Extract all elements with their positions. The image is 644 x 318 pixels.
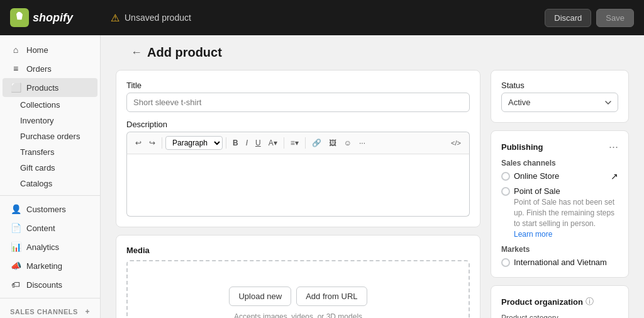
- sales-channels-label: Sales channels: [501, 159, 618, 168]
- channel-online-store: Online Store ↗: [501, 171, 618, 181]
- svg-point-1: [18, 20, 19, 21]
- undo-button[interactable]: ↩: [132, 137, 145, 149]
- sidebar-sub-label: Catalogs: [20, 179, 52, 188]
- status-card: Status Active Draft Archived: [491, 70, 629, 123]
- title-label: Title: [126, 81, 470, 90]
- sidebar-item-collections[interactable]: Collections: [3, 97, 97, 113]
- back-button[interactable]: ←: [131, 46, 142, 59]
- sales-channels-section: Sales channels +: [0, 302, 100, 318]
- discounts-icon: 🏷: [10, 280, 21, 290]
- sidebar-item-discounts[interactable]: 🏷 Discounts: [3, 275, 97, 294]
- publishing-card: Publishing ··· Sales channels Online Sto…: [491, 130, 629, 278]
- sidebar-item-label: Discounts: [26, 280, 62, 290]
- page-title: Add product: [147, 45, 222, 60]
- markets-label: Markets: [501, 245, 618, 254]
- sidebar-item-customers[interactable]: 👤 Customers: [3, 200, 97, 219]
- online-store-name: Online Store: [514, 171, 559, 181]
- paragraph-dropdown[interactable]: Paragraph: [165, 136, 223, 150]
- sidebar-sub-label: Transfers: [20, 147, 54, 157]
- online-store-radio[interactable]: [501, 172, 510, 181]
- add-from-url-button[interactable]: Add from URL: [296, 287, 367, 306]
- sidebar-sub-label: Purchase orders: [20, 132, 80, 141]
- save-button[interactable]: Save: [596, 9, 634, 27]
- topbar-center: ⚠ Unsaved product: [111, 12, 545, 24]
- sidebar-item-label: Content: [26, 224, 55, 233]
- online-store-action[interactable]: ↗: [611, 171, 618, 181]
- media-upload-area: Upload new Add from URL Accepts images, …: [126, 260, 470, 318]
- logo-text: shopify: [33, 11, 73, 25]
- content-wrapper: ← Add product Title Description ↩ ↪: [101, 35, 644, 318]
- topbar-actions: Discard Save: [545, 9, 634, 27]
- logo: shopify: [10, 8, 111, 27]
- page-header: ← Add product: [116, 35, 629, 60]
- image-button[interactable]: 🖼: [326, 137, 340, 149]
- content-icon: 📄: [10, 223, 21, 233]
- home-icon: ⌂: [10, 45, 21, 55]
- title-description-card: Title Description ↩ ↪ Paragraph B: [116, 70, 480, 227]
- divider-1: [0, 195, 100, 196]
- separator-3: [284, 137, 284, 149]
- separator-2: [226, 137, 226, 149]
- more-button[interactable]: ···: [356, 137, 369, 149]
- market-radio[interactable]: [501, 258, 510, 267]
- font-color-button[interactable]: A▾: [265, 137, 280, 149]
- italic-button[interactable]: I: [243, 137, 251, 149]
- sidebar-item-purchase-orders[interactable]: Purchase orders: [3, 128, 97, 144]
- pos-learn-more[interactable]: Learn more: [514, 230, 552, 239]
- editor-body[interactable]: [126, 154, 470, 217]
- sidebar-item-label: Analytics: [26, 242, 59, 252]
- analytics-icon: 📊: [10, 242, 21, 252]
- share-icon: ↗: [611, 171, 618, 181]
- publishing-more-button[interactable]: ···: [609, 141, 618, 152]
- product-category-label: Product category: [501, 314, 618, 318]
- sidebar-item-transfers[interactable]: Transfers: [3, 144, 97, 160]
- info-icon[interactable]: ⓘ: [586, 296, 594, 307]
- underline-button[interactable]: U: [252, 137, 264, 149]
- bold-button[interactable]: B: [230, 137, 242, 149]
- unsaved-label: Unsaved product: [125, 13, 191, 23]
- sidebar-item-orders[interactable]: ≡ Orders: [3, 59, 97, 78]
- sidebar-item-analytics[interactable]: 📊 Analytics: [3, 237, 97, 256]
- emoji-button[interactable]: ☺: [341, 137, 355, 149]
- media-card: Media Upload new Add from URL Accepts im…: [116, 235, 480, 318]
- divider-2: [0, 298, 100, 298]
- redo-button[interactable]: ↪: [146, 137, 158, 149]
- publishing-header: Publishing ···: [501, 141, 618, 152]
- status-select[interactable]: Active Draft Archived: [501, 93, 618, 112]
- sidebar-item-marketing[interactable]: 📣 Marketing: [3, 256, 97, 275]
- sidebar-item-products[interactable]: ⬜ Products: [3, 78, 97, 97]
- upload-new-button[interactable]: Upload new: [229, 287, 291, 306]
- product-organization-card: Product organization ⓘ Product category …: [491, 285, 629, 318]
- expand-icon[interactable]: +: [85, 307, 90, 316]
- sidebar-sub-label: Collections: [20, 100, 60, 110]
- title-input[interactable]: [126, 93, 470, 112]
- sidebar-item-label: Products: [26, 83, 58, 93]
- media-buttons: Upload new Add from URL: [229, 287, 367, 306]
- align-button[interactable]: ≡▾: [287, 137, 302, 149]
- pos-radio[interactable]: [501, 187, 510, 196]
- separator-4: [305, 137, 306, 149]
- pos-name: Point of Sale: [514, 186, 618, 196]
- media-hint: Accepts images, videos, or 3D models: [234, 312, 362, 318]
- channel-pos: Point of Sale Point of Sale has not been…: [501, 186, 618, 239]
- sidebar-item-label: Marketing: [26, 261, 62, 271]
- org-title: Product organization: [501, 297, 583, 307]
- topbar: shopify ⚠ Unsaved product Discard Save: [0, 0, 644, 35]
- discard-button[interactable]: Discard: [545, 9, 591, 27]
- sidebar: ⌂ Home ≡ Orders ⬜ Products Collections I…: [0, 35, 101, 318]
- link-button[interactable]: 🔗: [309, 137, 325, 149]
- code-button[interactable]: </>: [448, 137, 464, 149]
- products-icon: ⬜: [10, 82, 21, 93]
- sidebar-sub-label: Gift cards: [20, 163, 55, 173]
- sidebar-item-gift-cards[interactable]: Gift cards: [3, 160, 97, 176]
- sidebar-item-home[interactable]: ⌂ Home: [3, 40, 97, 59]
- separator-1: [162, 137, 162, 149]
- media-label: Media: [126, 246, 470, 255]
- org-header: Product organization ⓘ: [501, 296, 618, 307]
- customers-icon: 👤: [10, 204, 21, 214]
- sidebar-item-label: Home: [26, 45, 48, 55]
- sidebar-item-catalogs[interactable]: Catalogs: [3, 176, 97, 191]
- sidebar-item-content[interactable]: 📄 Content: [3, 219, 97, 237]
- sidebar-item-label: Customers: [26, 205, 66, 214]
- sidebar-item-inventory[interactable]: Inventory: [3, 113, 97, 128]
